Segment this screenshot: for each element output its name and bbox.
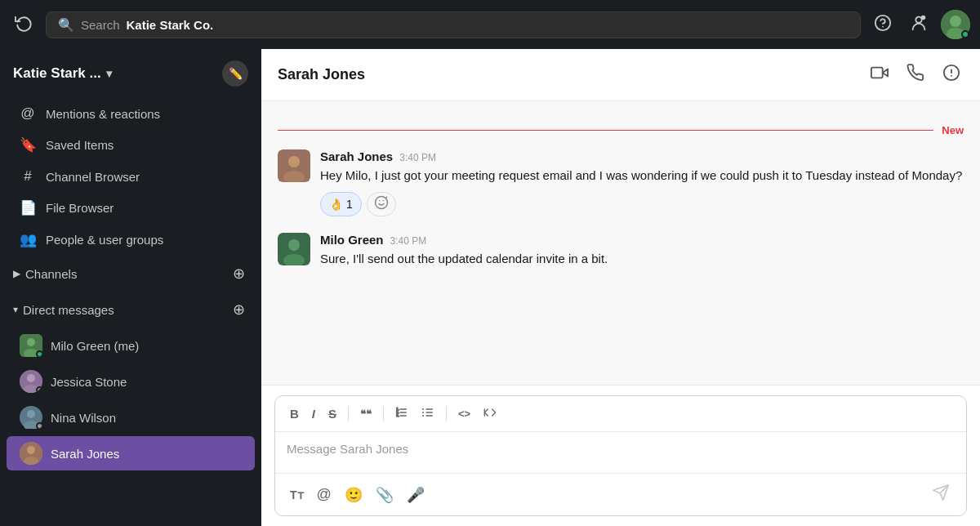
reaction-count: 1: [346, 198, 353, 211]
compose-bottom-left: Tᴛ @ 🙂 📎 🎤: [285, 483, 430, 507]
message-sender: Sarah Jones: [320, 149, 393, 163]
svg-point-18: [27, 446, 35, 454]
online-status-indicator: [961, 30, 969, 38]
at-icon: @: [20, 105, 36, 122]
send-button[interactable]: [925, 480, 956, 509]
dm-item-sarah[interactable]: Sarah Jones: [7, 436, 255, 470]
people-icon: 👥: [20, 231, 36, 248]
svg-marker-20: [883, 69, 888, 76]
dm-item-milo[interactable]: Milo Green (me): [7, 328, 255, 363]
video-call-button[interactable]: [867, 60, 892, 89]
direct-messages-section-header[interactable]: ▾ Direct messages ⊕: [0, 292, 261, 328]
compose-bottom-toolbar: Tᴛ @ 🙂 📎 🎤: [275, 473, 966, 515]
toolbar-divider: [446, 407, 447, 421]
compose-toolbar: B I S ❝❝ 1. 2. 3.: [275, 396, 966, 432]
search-workspace: Katie Stark Co.: [127, 18, 214, 32]
sidebar-item-people[interactable]: 👥 People & user groups: [7, 225, 255, 255]
milo-avatar: [20, 334, 42, 357]
text-format-button[interactable]: Tᴛ: [285, 485, 309, 505]
reaction-emoji: 👌: [329, 198, 343, 211]
svg-point-26: [288, 156, 300, 167]
chevron-down-icon: ▾: [106, 67, 112, 80]
emoji-button[interactable]: 🙂: [340, 483, 368, 507]
bold-button[interactable]: B: [285, 403, 304, 424]
online-status: [36, 350, 42, 357]
message-sarah-body: Sarah Jones 3:40 PM Hey Milo, I just got…: [320, 149, 964, 216]
italic-button[interactable]: I: [307, 403, 320, 424]
message-reactions: 👌 1: [320, 192, 964, 216]
phone-call-button[interactable]: [903, 60, 928, 89]
sidebar-item-file-browser[interactable]: 📄 File Browser: [7, 193, 255, 223]
chat-contact-name: Sarah Jones: [278, 66, 365, 83]
message-time: 3:40 PM: [390, 235, 427, 247]
status-button[interactable]: +: [905, 9, 933, 41]
milo-message-avatar: [278, 233, 310, 265]
history-button[interactable]: [10, 9, 38, 41]
bookmark-icon: 🔖: [20, 136, 36, 154]
chevron-down-icon: ▾: [13, 304, 18, 315]
chat-header-actions: [867, 60, 964, 89]
sidebar-item-mentions[interactable]: @ Mentions & reactions: [7, 99, 255, 128]
message-time: 3:40 PM: [399, 152, 436, 163]
add-dm-button[interactable]: ⊕: [229, 300, 248, 319]
chat-header: Sarah Jones: [261, 49, 980, 101]
dm-item-jessica[interactable]: Jessica Stone: [7, 364, 255, 399]
workspace-header[interactable]: Katie Stark ... ▾ ✏️: [0, 49, 261, 98]
reaction-button[interactable]: 👌 1: [320, 192, 362, 216]
svg-line-31: [385, 197, 387, 198]
message-sarah-header: Sarah Jones 3:40 PM: [320, 149, 964, 163]
main-content: Sarah Jones: [261, 49, 980, 526]
sidebar-item-saved[interactable]: 🔖 Saved Items: [7, 130, 255, 160]
search-bar[interactable]: 🔍 Search Katie Stark Co.: [46, 11, 861, 38]
chevron-right-icon: ▶: [13, 268, 20, 279]
workspace-name: Katie Stark ... ▾: [13, 65, 112, 82]
new-messages-divider: New: [278, 124, 964, 136]
toolbar-divider: [383, 407, 384, 421]
toolbar-divider: [348, 407, 349, 421]
info-button[interactable]: [939, 60, 964, 89]
svg-point-2: [915, 16, 921, 22]
header-right-actions: +: [869, 9, 970, 41]
offline-status: [36, 422, 42, 429]
message-sarah: Sarah Jones 3:40 PM Hey Milo, I just got…: [278, 149, 964, 216]
messages-area: New Sarah Jones 3:40 PM Hey Milo,: [261, 101, 980, 385]
dm-item-nina[interactable]: Nina Wilson: [7, 400, 255, 435]
svg-point-44: [422, 408, 424, 410]
code-button[interactable]: <>: [453, 404, 475, 423]
app-body: Katie Stark ... ▾ ✏️ @ Mentions & reacti…: [0, 49, 980, 526]
divider-line: [278, 130, 933, 131]
ordered-list-button[interactable]: 1. 2. 3.: [390, 403, 413, 425]
message-milo: Milo Green 3:40 PM Sure, I'll send out t…: [278, 233, 964, 269]
hash-icon: #: [20, 168, 36, 185]
svg-rect-21: [871, 68, 883, 78]
message-milo-body: Milo Green 3:40 PM Sure, I'll send out t…: [320, 233, 964, 269]
svg-point-9: [27, 338, 35, 346]
svg-text:+: +: [922, 16, 924, 20]
sidebar: Katie Stark ... ▾ ✏️ @ Mentions & reacti…: [0, 49, 261, 526]
strikethrough-button[interactable]: S: [323, 403, 341, 424]
channels-section-header[interactable]: ▶ Channels ⊕: [0, 256, 261, 292]
nina-avatar: [20, 406, 42, 429]
unordered-list-button[interactable]: [416, 403, 439, 425]
app-header: 🔍 Search Katie Stark Co. +: [0, 0, 980, 49]
blockquote-button[interactable]: ❝❝: [355, 404, 376, 423]
audio-button[interactable]: 🎤: [402, 483, 430, 507]
mention-button[interactable]: @: [312, 483, 336, 506]
svg-point-46: [422, 415, 424, 417]
search-icon: 🔍: [58, 17, 74, 33]
help-button[interactable]: [869, 9, 897, 41]
svg-point-6: [950, 16, 961, 27]
offline-status: [36, 386, 42, 393]
add-channel-button[interactable]: ⊕: [229, 264, 248, 283]
compose-input[interactable]: Message Sarah Jones: [275, 432, 966, 473]
file-icon: 📄: [20, 199, 36, 216]
attach-button[interactable]: 📎: [371, 483, 399, 507]
code-block-button[interactable]: [479, 403, 501, 425]
new-message-button[interactable]: ✏️: [222, 60, 248, 87]
message-text: Sure, I'll send out the updated calendar…: [320, 250, 964, 269]
new-label: New: [942, 124, 964, 136]
sidebar-item-channel-browser[interactable]: # Channel Browser: [7, 162, 255, 191]
svg-point-15: [27, 410, 35, 418]
add-reaction-button[interactable]: [367, 192, 396, 216]
user-avatar[interactable]: [941, 10, 970, 39]
